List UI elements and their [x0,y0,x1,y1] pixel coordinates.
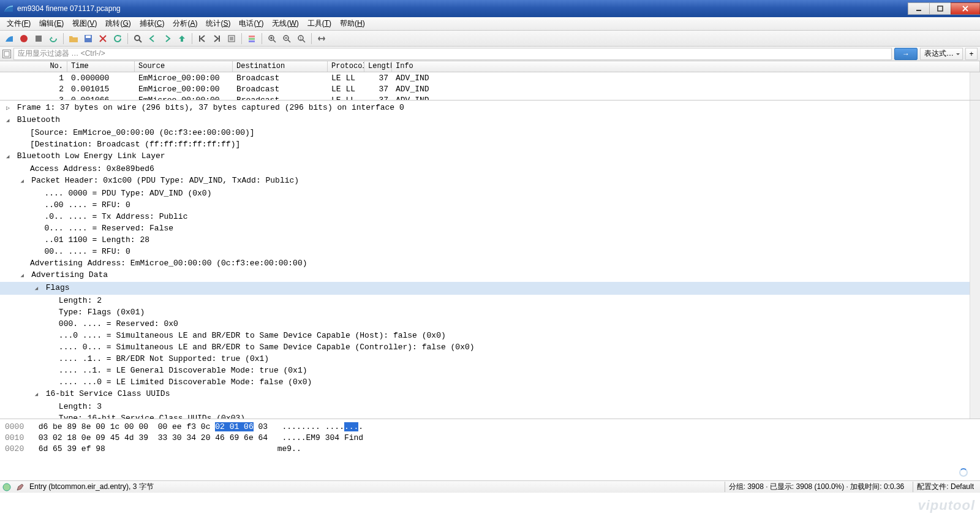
status-profile[interactable]: 配置文件: Default [913,482,978,492]
save-icon[interactable] [81,32,95,45]
tree-item[interactable]: 0... .... = Reserved: False [0,222,980,234]
tree-item[interactable]: 000. .... = Reserved: 0x0 [0,318,980,330]
start-capture-icon[interactable] [2,32,16,45]
tree-item[interactable]: .... 0000 = PDU Type: ADV_IND (0x0) [0,188,980,199]
restart-capture-icon[interactable] [32,32,45,45]
go-last-icon[interactable] [210,32,224,45]
find-icon[interactable] [131,32,145,45]
menu-analyze[interactable]: 分析(A) [168,17,202,30]
bookmark-filter-icon[interactable] [2,50,11,58]
colorize-icon[interactable] [245,32,258,45]
svg-text:1: 1 [300,36,302,40]
zoom-reset-icon[interactable]: 1 [295,32,308,45]
packet-details[interactable]: Frame 1: 37 bytes on wire (296 bits), 37… [0,100,980,419]
tree-item[interactable]: 00.. .... = RFU: 0 [0,246,980,257]
hex-row[interactable]: 0010 03 02 18 0e 09 45 4d 39 33 30 34 20… [5,433,975,444]
close-button[interactable] [951,2,980,15]
col-no[interactable]: No. [0,61,67,72]
tree-item[interactable]: Access Address: 0x8e89bed6 [0,163,980,175]
go-back-icon[interactable] [146,32,159,45]
go-forward-icon[interactable] [160,32,174,45]
edit-icon[interactable] [16,483,24,491]
window-title: em9304 fineme 071117.pcapng [17,4,121,13]
menu-go[interactable]: 跳转(G) [101,17,135,30]
open-icon[interactable] [67,32,80,45]
tree-item[interactable]: .... ...0 = LE Limited Discoverable Mode… [0,376,980,388]
tree-item[interactable]: [Destination: Broadcast (ff:ff:ff:ff:ff:… [0,138,980,150]
menu-telephony[interactable]: 电话(Y) [235,17,268,30]
resize-columns-icon[interactable] [315,32,328,45]
loading-icon [959,468,968,477]
tree-item[interactable]: Advertising Data [0,269,980,282]
col-length[interactable]: Length [364,61,392,72]
menu-stats[interactable]: 统计(S) [202,17,235,30]
hex-row[interactable]: 0020 6d 65 39 ef 98 me9.. [5,444,975,455]
tree-item[interactable]: .... .1.. = BR/EDR Not Supported: true (… [0,353,980,365]
stop-capture-icon[interactable] [17,32,31,45]
tree-item[interactable]: Packet Header: 0x1c00 (PDU Type: ADV_IND… [0,175,980,188]
tree-item[interactable]: Bluetooth [0,114,980,127]
tree-item[interactable]: Type: Flags (0x01) [0,306,980,318]
tree-item[interactable]: .... 0... = Simultaneous LE and BR/EDR t… [0,341,980,353]
go-to-icon[interactable] [175,32,189,45]
col-info[interactable]: Info [392,61,980,72]
scrollbar[interactable] [970,72,980,100]
svg-rect-10 [249,40,255,42]
tree-item-selected[interactable]: Flags [0,282,980,295]
tree-item[interactable]: Length: 2 [0,295,980,306]
menu-capture[interactable]: 捕获(C) [135,17,169,30]
menu-edit[interactable]: 编辑(E) [35,17,68,30]
tree-item[interactable]: .0.. .... = Tx Address: Public [0,211,980,222]
tree-item[interactable]: ...0 .... = Simultaneous LE and BR/EDR t… [0,330,980,341]
svg-rect-3 [36,36,42,42]
col-time[interactable]: Time [67,61,135,72]
add-filter-button[interactable]: + [965,48,978,60]
maximize-button[interactable] [929,2,951,15]
tree-item[interactable]: 16-bit Service Class UUIDs [0,388,980,401]
zoom-out-icon[interactable] [280,32,293,45]
menu-help[interactable]: 帮助(H) [336,17,369,30]
close-file-icon[interactable] [96,32,110,45]
packet-list-header[interactable]: No. Time Source Destination Protocol Len… [0,61,980,72]
packet-row[interactable]: 30.001066EmMicroe_00:00:00BroadcastLE LL… [0,94,980,100]
menu-view[interactable]: 视图(V) [68,17,101,30]
col-source[interactable]: Source [135,61,233,72]
col-destination[interactable]: Destination [233,61,328,72]
display-filter-input[interactable]: 应用显示过滤器 … <Ctrl-/> [13,48,892,60]
menu-bar: 文件(F) 编辑(E) 视图(V) 跳转(G) 捕获(C) 分析(A) 统计(S… [0,17,980,31]
reload-icon[interactable] [111,32,124,45]
tree-item[interactable]: Bluetooth Low Energy Link Layer [0,150,980,163]
expert-info-icon[interactable] [2,483,11,491]
scrollbar[interactable] [970,100,980,419]
tree-item[interactable]: ..00 .... = RFU: 0 [0,199,980,211]
hex-row[interactable]: 0000 d6 be 89 8e 00 1c 00 00 00 ee f3 0c… [5,422,975,433]
menu-tools[interactable]: 工具(T) [303,17,336,30]
tree-item[interactable]: .... ..1. = LE General Discoverable Mode… [0,365,980,376]
packet-row[interactable]: 20.001015EmMicroe_00:00:00BroadcastLE LL… [0,83,980,94]
tree-item[interactable]: [Source: EmMicroe_00:00:00 (0c:f3:ee:00:… [0,127,980,138]
tree-item[interactable]: Type: 16-bit Service Class UUIDs (0x03) [0,412,980,419]
packet-row[interactable]: 10.000000EmMicroe_00:00:00BroadcastLE LL… [0,72,980,83]
svg-rect-8 [249,36,255,37]
svg-rect-0 [916,10,921,11]
col-protocol[interactable]: Protocol [328,61,364,72]
go-first-icon[interactable] [195,32,209,45]
tree-item[interactable]: Frame 1: 37 bytes on wire (296 bits), 37… [0,102,980,114]
svg-rect-1 [938,6,943,11]
capture-options-icon[interactable] [47,32,60,45]
apply-filter-button[interactable] [894,48,918,60]
tree-item[interactable]: Advertising Address: EmMicroe_00:00:00 (… [0,257,980,269]
auto-scroll-icon[interactable] [225,32,238,45]
packet-bytes[interactable]: 0000 d6 be 89 8e 00 1c 00 00 00 ee f3 0c… [0,419,980,480]
wireshark-icon [4,4,13,13]
packet-list[interactable]: No. Time Source Destination Protocol Len… [0,61,980,100]
status-bar: Entry (btcommon.eir_ad.entry), 3 字节 分组: … [0,480,980,493]
minimize-button[interactable] [908,2,930,15]
tree-item[interactable]: Length: 3 [0,401,980,412]
tree-item[interactable]: ..01 1100 = Length: 28 [0,234,980,246]
zoom-in-icon[interactable] [265,32,279,45]
menu-file[interactable]: 文件(F) [2,17,35,30]
svg-rect-5 [86,36,91,38]
menu-wireless[interactable]: 无线(W) [268,17,303,30]
expression-button[interactable]: 表达式… [920,48,963,60]
